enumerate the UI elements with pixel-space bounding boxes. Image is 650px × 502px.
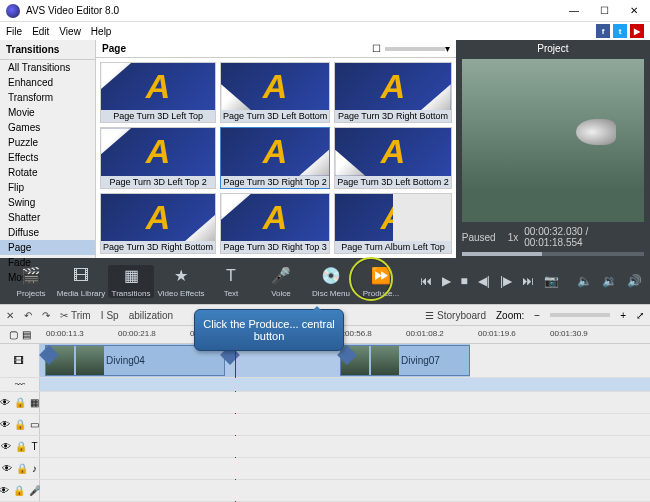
lock-icon[interactable]: 🔒 <box>16 463 28 474</box>
sidebar-item-movie[interactable]: Movie <box>0 105 95 120</box>
dropdown-icon[interactable]: ▾ <box>445 43 450 54</box>
sidebar-item-puzzle[interactable]: Puzzle <box>0 135 95 150</box>
eye-icon[interactable]: 👁 <box>0 419 10 430</box>
sidebar-item-swing[interactable]: Swing <box>0 195 95 210</box>
split-button[interactable]: I Sp <box>101 310 119 321</box>
text-button[interactable]: TText <box>208 265 254 298</box>
zoom-in-button[interactable]: + <box>620 310 626 321</box>
sidebar-item-diffuse[interactable]: Diffuse <box>0 225 95 240</box>
preview-header: Project <box>456 40 650 57</box>
zoom-out-button[interactable]: − <box>534 310 540 321</box>
vol-down-button[interactable]: 🔉 <box>602 274 617 288</box>
sidebar-item-games[interactable]: Games <box>0 120 95 135</box>
twitter-icon[interactable]: t <box>613 24 627 38</box>
menu-file[interactable]: File <box>6 26 22 37</box>
undo-button[interactable]: ↶ <box>24 310 32 321</box>
medialib-button[interactable]: 🎞Media Library <box>58 265 104 298</box>
audio-sub-track[interactable]: 〰 <box>0 378 650 392</box>
grid-icon[interactable]: ☐ <box>372 43 381 54</box>
mute-button[interactable]: 🔈 <box>577 274 592 288</box>
sidebar-item-effects[interactable]: Effects <box>0 150 95 165</box>
overlay-track[interactable]: 👁🔒▭ <box>0 414 650 436</box>
transition-thumb[interactable]: APage Turn 3D Left Bottom 2 <box>334 127 452 188</box>
minimize-button[interactable]: — <box>564 5 584 16</box>
seek-bar[interactable] <box>462 252 644 256</box>
transition-thumb[interactable]: APage Turn 3D Left Top <box>100 62 216 123</box>
audio-wave-icon: 〰 <box>15 379 25 390</box>
voice-track[interactable]: 👁🔒🎤 <box>0 480 650 502</box>
transition-thumb[interactable]: APage Turn 3D Left Top 2 <box>100 127 216 188</box>
discmenu-button[interactable]: 💿Disc Menu <box>308 265 354 298</box>
facebook-icon[interactable]: f <box>596 24 610 38</box>
sidebar-item-shatter[interactable]: Shatter <box>0 210 95 225</box>
thumb-label: Page Turn Album Left Top <box>335 241 451 253</box>
eye-icon[interactable]: 👁 <box>2 463 12 474</box>
transition-thumb[interactable]: APage Turn 3D Left Bottom <box>220 62 330 123</box>
titlebar: AVS Video Editor 8.0 — ☐ ✕ <box>0 0 650 22</box>
thumb-label: Page Turn 3D Right Bottom <box>101 241 215 253</box>
sidebar-item-flip[interactable]: Flip <box>0 180 95 195</box>
preview-video[interactable] <box>462 59 644 222</box>
stabilization-button[interactable]: abilization <box>129 310 173 321</box>
voice-button[interactable]: 🎤Voice <box>258 265 304 298</box>
eye-icon[interactable]: 👁 <box>0 397 10 408</box>
text-track[interactable]: 👁🔒T <box>0 436 650 458</box>
lock-icon[interactable]: 🔒 <box>15 441 27 452</box>
sidebar-item-all-transitions[interactable]: All Transitions <box>0 60 95 75</box>
effects-track[interactable]: 👁🔒▦ <box>0 392 650 414</box>
sidebar-item-rotate[interactable]: Rotate <box>0 165 95 180</box>
sidebar-item-transform[interactable]: Transform <box>0 90 95 105</box>
menu-help[interactable]: Help <box>91 26 112 37</box>
preview-info: Paused 1x 00:00:32.030 / 00:01:18.554 <box>456 224 650 250</box>
lock-icon[interactable]: 🔒 <box>13 485 25 496</box>
next-button[interactable]: ⏭ <box>522 274 534 288</box>
menu-edit[interactable]: Edit <box>32 26 49 37</box>
transition-thumb[interactable]: APage Turn 3D Right Top 2 <box>220 127 330 188</box>
preview-time: 00:00:32.030 / 00:01:18.554 <box>524 226 644 248</box>
collapse-all-icon[interactable]: ▢ <box>9 329 18 340</box>
transition-thumb[interactable]: APage Turn Album Left Top <box>334 193 452 254</box>
vfx-button[interactable]: ★Video Effects <box>158 265 204 298</box>
eye-icon[interactable]: 👁 <box>0 485 9 496</box>
delete-button[interactable]: ✕ <box>6 310 14 321</box>
zoom-slider[interactable] <box>550 313 610 317</box>
eye-icon[interactable]: 👁 <box>1 441 11 452</box>
step-back-button[interactable]: ◀| <box>478 274 490 288</box>
close-button[interactable]: ✕ <box>624 5 644 16</box>
transitions-button[interactable]: ▦Transitions <box>108 265 154 298</box>
expand-all-icon[interactable]: ▤ <box>22 329 31 340</box>
vol-up-button[interactable]: 🔊 <box>627 274 642 288</box>
transition-thumb[interactable]: APage Turn 3D Right Bottom <box>334 62 452 123</box>
preview-speed: 1x <box>508 232 519 243</box>
produce-button[interactable]: ⏩Produce... <box>358 265 404 298</box>
menu-view[interactable]: View <box>59 26 81 37</box>
ruler-tick: 00:01:30.9 <box>550 329 588 338</box>
view-mode-button[interactable]: ☰ Storyboard <box>425 310 486 321</box>
page-panel-title: Page <box>102 43 372 54</box>
thumb-size-slider[interactable] <box>385 47 445 51</box>
thumb-label: Page Turn 3D Left Top <box>101 110 215 122</box>
transition-thumb[interactable]: APage Turn 3D Right Top 3 <box>220 193 330 254</box>
maximize-button[interactable]: ☐ <box>594 5 614 16</box>
voice-track-icon: 🎤 <box>29 485 41 496</box>
music-track[interactable]: 👁🔒♪ <box>0 458 650 480</box>
zoom-fit-button[interactable]: ⤢ <box>636 310 644 321</box>
stop-button[interactable]: ■ <box>461 274 468 288</box>
lock-icon[interactable]: 🔒 <box>14 419 26 430</box>
video-clip[interactable]: Diving07 <box>340 345 470 376</box>
youtube-icon[interactable]: ▶ <box>630 24 644 38</box>
sidebar-item-enhanced[interactable]: Enhanced <box>0 75 95 90</box>
trim-button[interactable]: ✂ Trim <box>60 310 91 321</box>
projects-button[interactable]: 🎬Projects <box>8 265 54 298</box>
ruler-tick: 00:01:19.6 <box>478 329 516 338</box>
prev-button[interactable]: ⏮ <box>420 274 432 288</box>
lock-icon[interactable]: 🔒 <box>14 397 26 408</box>
play-button[interactable]: ▶ <box>442 274 451 288</box>
video-content <box>576 119 616 145</box>
transition-thumb[interactable]: APage Turn 3D Right Bottom <box>100 193 216 254</box>
sidebar-item-page[interactable]: Page <box>0 240 95 255</box>
overlay-track-icon: ▭ <box>30 419 39 430</box>
snapshot-button[interactable]: 📷 <box>544 274 559 288</box>
redo-button[interactable]: ↷ <box>42 310 50 321</box>
step-fwd-button[interactable]: |▶ <box>500 274 512 288</box>
